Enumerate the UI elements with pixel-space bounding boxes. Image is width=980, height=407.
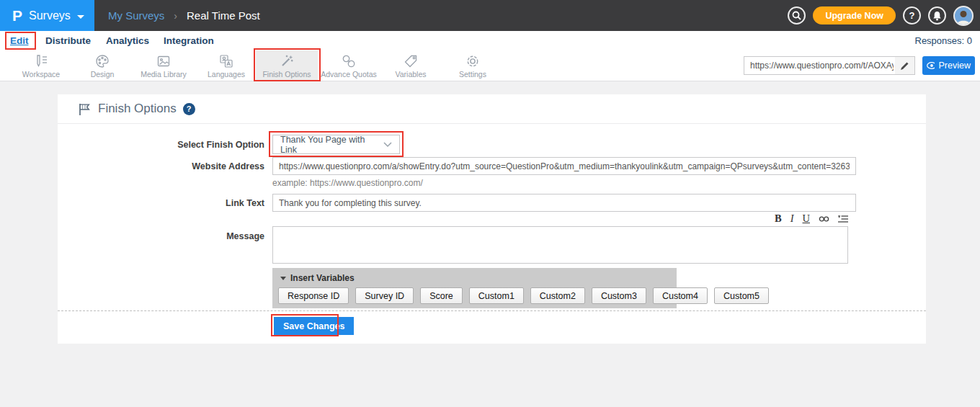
insert-link-button[interactable]	[819, 215, 829, 223]
variable-buttons: Response ID Survey ID Score Custom1 Cust…	[272, 283, 677, 304]
toolbar-item-advance-quotas[interactable]: Advance Quotas	[318, 50, 380, 81]
upgrade-now-button[interactable]: Upgrade Now	[813, 6, 896, 24]
panel-header: Finish Options ?	[58, 94, 926, 124]
finish-option-selected-value: Thank You Page with Link	[280, 135, 383, 155]
toolbar-item-settings[interactable]: Settings	[442, 50, 504, 81]
toolbar-label: Settings	[459, 70, 486, 79]
search-button[interactable]	[788, 6, 806, 24]
toolbar-label: Variables	[396, 70, 427, 79]
variable-response-id-button[interactable]: Response ID	[278, 287, 349, 304]
toolbar-label: Design	[91, 70, 115, 79]
design-icon	[94, 53, 110, 69]
page-title: Finish Options	[98, 102, 177, 116]
underline-button[interactable]: U	[803, 213, 810, 224]
variable-custom2-button[interactable]: Custom2	[530, 287, 585, 304]
tab-analytics[interactable]: Analytics	[106, 31, 149, 50]
edit-pencil-icon	[900, 61, 909, 71]
top-header: P Surveys My Surveys › Real Time Post Up…	[0, 0, 980, 31]
toolbar-item-languages[interactable]: Languages	[195, 50, 257, 81]
chevron-down-icon	[383, 142, 392, 148]
website-address-input[interactable]	[272, 157, 856, 175]
finish-options-icon	[279, 53, 295, 69]
variable-custom4-button[interactable]: Custom4	[653, 287, 708, 304]
help-button[interactable]: ?	[903, 6, 921, 24]
survey-url-field	[744, 56, 915, 75]
align-icon	[838, 215, 848, 223]
tab-integration[interactable]: Integration	[164, 31, 214, 50]
toolbar-label: Workspace	[22, 70, 60, 79]
tab-edit[interactable]: Edit	[10, 31, 29, 50]
select-finish-option-label: Select Finish Option	[58, 140, 264, 150]
bold-button[interactable]: B	[775, 213, 782, 224]
variable-score-button[interactable]: Score	[420, 287, 463, 304]
breadcrumb-my-surveys[interactable]: My Surveys	[108, 9, 164, 22]
responses-count: Responses: 0	[915, 31, 973, 50]
message-textarea[interactable]	[272, 226, 848, 264]
variable-survey-id-button[interactable]: Survey ID	[355, 287, 414, 304]
toolbar-item-variables[interactable]: Variables	[380, 50, 442, 81]
variable-custom3-button[interactable]: Custom3	[592, 287, 646, 304]
insert-variables-panel: Insert Variables Response ID Survey ID S…	[272, 268, 677, 308]
settings-icon	[465, 53, 481, 69]
section-divider	[58, 310, 926, 311]
toolbar-item-workspace[interactable]: Workspace	[10, 50, 72, 81]
variable-custom5-button[interactable]: Custom5	[714, 287, 769, 304]
caret-down-icon	[280, 277, 286, 280]
tab-distribute[interactable]: Distribute	[45, 31, 91, 50]
search-icon	[792, 11, 801, 20]
website-address-label: Website Address	[58, 161, 264, 171]
finish-option-select[interactable]: Thank You Page with Link	[272, 135, 400, 154]
finish-options-help-button[interactable]: ?	[183, 103, 195, 115]
eye-icon	[927, 62, 935, 69]
website-example-text: example: https://www.questionpro.com/	[272, 178, 423, 188]
insert-variables-toggle[interactable]: Insert Variables	[272, 268, 677, 283]
user-photo-icon	[955, 8, 972, 25]
save-changes-button[interactable]: Save Changes	[274, 317, 354, 335]
toolbar-label: Languages	[208, 70, 245, 79]
align-button[interactable]	[838, 215, 848, 223]
message-format-toolbar: B I U	[58, 213, 848, 225]
link-text-label: Link Text	[58, 198, 264, 208]
toolbar-item-media-library[interactable]: Media Library	[133, 50, 195, 81]
breadcrumb-current: Real Time Post	[187, 9, 260, 22]
variable-custom1-button[interactable]: Custom1	[469, 287, 524, 304]
preview-button[interactable]: Preview	[922, 56, 975, 75]
toolbar-item-finish-options[interactable]: Finish Options	[256, 50, 318, 81]
variables-icon	[403, 53, 419, 69]
questionpro-logo: P	[12, 8, 22, 23]
bell-icon	[932, 11, 942, 21]
edit-url-button[interactable]	[895, 57, 914, 74]
insert-variables-label: Insert Variables	[290, 273, 355, 283]
toolbar-item-design[interactable]: Design	[71, 50, 133, 81]
survey-nav: Edit Distribute Analytics Integration Re…	[0, 31, 980, 51]
link-text-input[interactable]	[272, 194, 856, 212]
header-actions: Upgrade Now ?	[788, 0, 974, 31]
breadcrumb: My Surveys › Real Time Post	[108, 0, 260, 31]
finish-options-panel: Finish Options ? Select Finish Option Th…	[58, 94, 926, 344]
product-switcher[interactable]: P Surveys	[0, 0, 94, 31]
toolbar-label: Media Library	[141, 70, 187, 79]
avatar[interactable]	[953, 6, 974, 26]
italic-button[interactable]: I	[790, 213, 794, 224]
caret-down-icon	[77, 15, 84, 19]
toolbar-label: Finish Options	[262, 70, 311, 79]
edit-toolbar: Workspace Design Media Library Languages…	[0, 50, 980, 81]
question-icon: ?	[909, 10, 915, 21]
breadcrumb-separator-icon: ›	[174, 10, 177, 22]
flag-icon	[78, 102, 92, 116]
advance-quotas-icon	[341, 53, 357, 69]
workspace-icon	[33, 53, 49, 69]
message-label: Message	[58, 231, 264, 241]
media-library-icon	[156, 53, 172, 69]
preview-label: Preview	[939, 61, 971, 71]
notifications-button[interactable]	[928, 6, 946, 24]
languages-icon	[218, 53, 234, 69]
product-name: Surveys	[29, 9, 71, 22]
toolbar-label: Advance Quotas	[321, 70, 377, 79]
link-icon	[819, 215, 829, 223]
survey-url-input[interactable]	[744, 61, 895, 71]
